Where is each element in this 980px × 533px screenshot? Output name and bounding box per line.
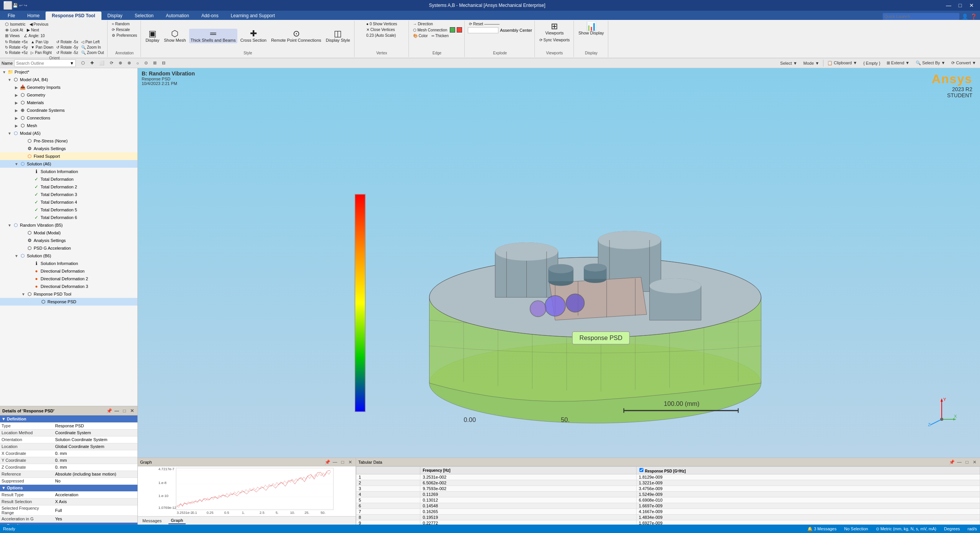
details-pin-icon[interactable]: 📌 <box>106 408 112 414</box>
expand-arrow-coord[interactable]: ▶ <box>14 108 19 113</box>
tree-item-dir-def3[interactable]: ● Directional Deformation 3 <box>0 283 137 290</box>
expand-arrow-conn[interactable]: ▶ <box>14 116 19 120</box>
tabular-pin-icon[interactable]: 📌 <box>949 459 955 465</box>
show-display-button[interactable]: 📊 Show Display <box>577 21 606 36</box>
outline-search-box[interactable]: ▼ <box>14 59 76 67</box>
pan-up-button[interactable]: ▲ Pan Up <box>29 39 54 44</box>
empty-btn[interactable]: { Empty } <box>861 60 883 66</box>
expand-arrow-modal-a5[interactable]: ▼ <box>7 131 12 136</box>
tree-item-response-psd[interactable]: ⬡ Response PSD <box>0 298 137 306</box>
angle-button[interactable]: ∠ Angle: 10 <box>23 33 46 39</box>
rotate-plus-x-button[interactable]: ↻ Rotate +5x <box>4 39 29 44</box>
details-maximize-icon[interactable]: □ <box>121 408 127 414</box>
expand-arrow-geom[interactable]: ▶ <box>14 85 19 90</box>
tree-item-dir-def1[interactable]: ● Directional Deformation <box>0 267 137 275</box>
minimize-button[interactable]: — <box>943 1 954 10</box>
rotate-minus-z-button[interactable]: ↺ Rotate -5z <box>55 50 79 55</box>
views-button[interactable]: ⊞ Views <box>4 33 21 39</box>
display-button[interactable]: ▣ Display <box>144 29 161 43</box>
tab-automation[interactable]: Automation <box>160 11 195 20</box>
preferences-button[interactable]: ⚙ Preferences <box>111 33 138 38</box>
search-dropdown-icon[interactable]: ▼ <box>70 61 74 65</box>
color-button[interactable]: 🎨 Color <box>412 33 429 38</box>
tab-file[interactable]: File <box>2 11 21 20</box>
expand-arrow-materials[interactable]: ▶ <box>14 101 19 105</box>
tree-item-sol-info-b6[interactable]: ℹ Solution Information <box>0 260 137 267</box>
circle-btn[interactable]: ○ <box>134 60 141 66</box>
sync-viewports-button[interactable]: ⟳ Sync Viewports <box>538 38 571 43</box>
rotate-minus-x-button[interactable]: ↺ Rotate -5x <box>55 39 79 44</box>
assembly-center-input[interactable] <box>468 27 498 33</box>
search-outline-input[interactable] <box>16 61 70 65</box>
cross-section-button[interactable]: ✚ Cross Section <box>239 29 268 43</box>
tabular-content[interactable]: Frequency [Hz] Response PSD [G²/Hz] 1 3.… <box>356 466 980 525</box>
quick-launch-input[interactable] <box>883 13 959 20</box>
tab-selection[interactable]: Selection <box>129 11 160 20</box>
tab-display[interactable]: Display <box>101 11 129 20</box>
expand-arrow-project[interactable]: ▼ <box>2 70 7 74</box>
tabular-maximize-icon[interactable]: □ <box>964 459 970 465</box>
tree-item-solution-a6[interactable]: ▼ ⬡ Solution (A6) <box>0 160 137 168</box>
tree-item-coord-systems[interactable]: ▶ ⊕ Coordinate Systems <box>0 106 137 114</box>
tree-item-sol-info[interactable]: ℹ Solution Information <box>0 168 137 175</box>
select-by-btn[interactable]: 🔍 Select By ▼ <box>913 60 947 66</box>
tab-response-psd-tool[interactable]: Response PSD Tool <box>46 11 101 20</box>
refresh-btn[interactable]: ⟳ <box>108 60 116 66</box>
tree-item-project[interactable]: ▼ 📁 Project* <box>0 68 137 76</box>
details-close-icon[interactable]: ✕ <box>129 408 135 414</box>
expand-btn[interactable]: ⊕ <box>116 60 124 66</box>
expand-arrow-rv[interactable]: ▼ <box>7 223 12 227</box>
pan-left-button[interactable]: ◁ Pan Left <box>80 39 105 44</box>
show-mesh-button[interactable]: ⬡ Show Mesh <box>162 29 187 43</box>
tree-item-fixed-support[interactable]: ⬡ Fixed Support <box>0 152 137 160</box>
minus-btn[interactable]: ⊟ <box>160 60 168 66</box>
direction-button[interactable]: → Direction <box>412 21 434 26</box>
look-at-button[interactable]: 👁 Look At <box>4 28 24 33</box>
grid-btn[interactable]: ⊞ <box>151 60 159 66</box>
rotate-plus-z-button[interactable]: ↻ Rotate +5z <box>4 50 29 55</box>
graph-tab[interactable]: Graph <box>168 517 185 524</box>
tree-item-materials[interactable]: ▶ ⬡ Materials <box>0 99 137 106</box>
next-button[interactable]: ▶ Next <box>26 27 40 33</box>
mesh-connection-button[interactable]: ⬡ Mesh Connection <box>412 28 449 33</box>
tab-addons[interactable]: Add-ons <box>195 11 225 20</box>
outline-tree[interactable]: ▼ 📁 Project* ▼ ⬡ Model (A4, B4) ▶ 📥 Geom… <box>0 68 137 406</box>
viewport[interactable]: B: Random Vibration Response PSD 10/4/20… <box>138 68 980 458</box>
display-style-button[interactable]: ◫ Display Style <box>324 29 352 43</box>
expand-arrow-sol-a6[interactable]: ▼ <box>14 162 19 166</box>
reset-button[interactable]: ⟳ Reset ———— <box>468 21 501 26</box>
new-section-btn[interactable]: ⬡ <box>79 60 87 66</box>
thicken-button[interactable]: ═ Thicken <box>430 33 450 38</box>
tree-item-connections[interactable]: ▶ ⬡ Connections <box>0 114 137 122</box>
random-button[interactable]: ≈ Random <box>111 21 131 26</box>
psd-col-checkbox[interactable] <box>639 468 643 472</box>
close-vertices-button[interactable]: ✕ Close Vertices <box>365 27 396 32</box>
tree-item-analysis-settings-modal[interactable]: ⚙ Analysis Settings <box>0 145 137 152</box>
convert-btn[interactable]: ⟳ Convert ▼ <box>949 60 978 66</box>
tree-item-total-def2[interactable]: ✓ Total Deformation 2 <box>0 183 137 191</box>
add-btn[interactable]: ✚ <box>88 60 96 66</box>
tree-item-mesh[interactable]: ▶ ⬡ Mesh <box>0 122 137 129</box>
tabular-minimize-icon[interactable]: — <box>956 459 962 465</box>
tree-item-total-def5[interactable]: ✓ Total Deformation 5 <box>0 206 137 214</box>
tree-item-total-def3[interactable]: ✓ Total Deformation 3 <box>0 191 137 198</box>
tree-item-modal-modal[interactable]: ⬡ Modal (Modal) <box>0 229 137 237</box>
graph-pin-icon[interactable]: 📌 <box>324 459 330 465</box>
expand-arrow-model[interactable]: ▼ <box>7 78 12 82</box>
tree-item-geometry[interactable]: ▶ ⬡ Geometry <box>0 91 137 99</box>
expand-arrow-sol-b6[interactable]: ▼ <box>14 254 19 258</box>
layout-btn[interactable]: ⬜ <box>97 60 107 66</box>
tree-item-as-rv[interactable]: ⚙ Analysis Settings <box>0 237 137 244</box>
target-btn[interactable]: ⊙ <box>142 60 150 66</box>
tabular-close-icon[interactable]: ✕ <box>972 459 978 465</box>
thick-shells-button[interactable]: ═ Thick Shells and Beams <box>189 29 237 43</box>
tree-item-psd-g-accel[interactable]: ⬡ PSD G Acceleration <box>0 244 137 252</box>
rotate-plus-y-button[interactable]: ↻ Rotate +5y <box>4 45 29 50</box>
pan-down-button[interactable]: ▼ Pan Down <box>29 45 54 50</box>
tree-item-response-psd-tool[interactable]: ▼ ⬡ Response PSD Tool <box>0 290 137 298</box>
tree-item-prestress[interactable]: ⬡ Pre-Stress (None) <box>0 137 137 145</box>
tree-item-geom-imports[interactable]: ▶ 📥 Geometry Imports <box>0 83 137 91</box>
maximize-button[interactable]: □ <box>955 1 965 10</box>
rescale-button[interactable]: ⟳ Rescale <box>111 27 131 32</box>
tree-item-total-def1[interactable]: ✓ Total Deformation <box>0 175 137 183</box>
